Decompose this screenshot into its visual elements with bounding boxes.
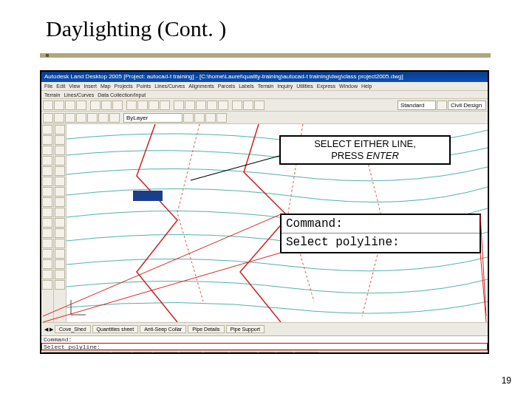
toolbar-button[interactable] — [174, 100, 184, 110]
toolbar-button[interactable] — [137, 100, 148, 110]
layout-tab[interactable]: Anti-Seep Collar — [140, 325, 186, 333]
status-toggle[interactable]: MODEL — [295, 352, 319, 354]
tool-button[interactable] — [55, 166, 65, 176]
toolbar-button[interactable] — [160, 100, 170, 110]
tool-button[interactable] — [55, 177, 65, 186]
toolbar-button[interactable] — [205, 113, 216, 123]
tool-button[interactable] — [42, 270, 52, 279]
tool-button[interactable] — [55, 259, 65, 269]
tool-button[interactable] — [42, 125, 52, 134]
status-toggle[interactable]: ORTHO — [154, 352, 178, 354]
toolbar-button[interactable] — [254, 100, 265, 110]
tool-button[interactable] — [55, 187, 65, 197]
menu-item[interactable]: Window — [339, 82, 358, 90]
toolbar-button[interactable] — [98, 113, 109, 123]
menu-item[interactable]: Lines/Curves — [154, 82, 185, 90]
menu-item[interactable]: Points — [137, 82, 151, 90]
layout-tab[interactable]: Cove_Shed — [55, 325, 91, 333]
tool-button[interactable] — [42, 239, 52, 248]
layer-combo[interactable]: Standard — [398, 100, 436, 110]
tool-button[interactable] — [42, 249, 52, 259]
menu-item[interactable]: Projects — [115, 82, 133, 90]
cad-menubar[interactable]: File Edit View Insert Map Projects Point… — [41, 82, 488, 91]
tool-button[interactable] — [55, 280, 65, 290]
toolbar-button[interactable] — [126, 100, 137, 110]
toolbar-button[interactable] — [65, 113, 75, 123]
status-toggle[interactable]: POLAR — [180, 352, 203, 354]
tool-button[interactable] — [42, 280, 52, 290]
menu-item[interactable]: Inquiry — [277, 82, 293, 90]
tool-button[interactable] — [42, 208, 52, 217]
toolbar-button[interactable] — [54, 113, 64, 123]
tool-button[interactable] — [42, 146, 52, 155]
menu-item[interactable]: View — [69, 82, 80, 90]
tool-button[interactable] — [42, 197, 52, 207]
toolbar-button[interactable] — [87, 113, 98, 123]
status-toggle[interactable]: LWT — [277, 352, 293, 354]
toolbar-button[interactable] — [232, 100, 242, 110]
tool-button[interactable] — [55, 228, 65, 238]
menu-item[interactable]: Help — [361, 82, 372, 90]
tool-button[interactable] — [42, 187, 52, 197]
toolbar-button[interactable] — [65, 100, 75, 110]
layout-tab[interactable]: Pipe Details — [188, 325, 224, 333]
layout-tab[interactable]: Pipe Support — [226, 325, 265, 333]
tool-button[interactable] — [42, 177, 52, 186]
tool-button[interactable] — [42, 259, 52, 269]
toolbar-button[interactable] — [76, 100, 86, 110]
menu-item[interactable]: Map — [100, 82, 111, 90]
toolbar-button[interactable] — [90, 100, 100, 110]
tool-button[interactable] — [42, 166, 52, 176]
menu-item[interactable]: Terrain — [258, 82, 273, 90]
menu-item[interactable]: Parcels — [218, 82, 235, 90]
toolbar-button[interactable] — [207, 100, 217, 110]
toolbar-button[interactable] — [216, 113, 227, 123]
toolbar-button[interactable] — [218, 100, 228, 110]
toolbar-button[interactable] — [185, 100, 195, 110]
toolbar-button[interactable] — [43, 113, 53, 123]
tool-button[interactable] — [55, 135, 65, 145]
tool-button[interactable] — [55, 146, 65, 155]
tool-button[interactable] — [42, 156, 52, 166]
style-combo[interactable]: ByLayer — [123, 113, 183, 123]
toolbar-button[interactable] — [76, 113, 86, 123]
tool-button[interactable] — [55, 197, 65, 207]
tool-button[interactable] — [55, 270, 65, 279]
toolbar-button[interactable] — [109, 113, 120, 123]
tab-nav-right[interactable]: ▶ — [50, 327, 53, 332]
menu-item[interactable]: Utilities — [296, 82, 313, 90]
toolbar-button[interactable] — [43, 100, 53, 110]
toolbar-button[interactable] — [243, 100, 253, 110]
tab-nav-left[interactable]: ◀ — [44, 327, 48, 332]
sub-item[interactable]: Data Collection/Input — [98, 91, 146, 98]
workspace-combo[interactable]: Civil Design — [448, 100, 486, 110]
toolbar-button[interactable] — [196, 100, 206, 110]
menu-item[interactable]: Express — [317, 82, 335, 90]
status-toggle[interactable]: GRID — [133, 352, 152, 354]
tool-button[interactable] — [55, 156, 65, 166]
toolbar-button[interactable] — [437, 100, 447, 110]
tool-button[interactable] — [55, 208, 65, 217]
menu-item[interactable]: Edit — [56, 82, 65, 90]
layout-tab[interactable]: Quantities sheet — [92, 325, 139, 333]
tool-button[interactable] — [42, 218, 52, 228]
status-toggle[interactable]: OSNAP — [204, 352, 228, 354]
tool-button[interactable] — [55, 125, 65, 134]
cad-command-line-1[interactable]: Command: — [41, 335, 488, 343]
sub-item[interactable]: Terrain — [44, 91, 60, 98]
tool-button[interactable] — [42, 228, 52, 238]
status-toggle[interactable]: DYN — [259, 352, 276, 354]
menu-item[interactable]: File — [44, 82, 52, 90]
tool-button[interactable] — [42, 135, 52, 145]
toolbar-button[interactable] — [149, 100, 159, 110]
tool-button[interactable] — [55, 239, 65, 248]
toolbar-button[interactable] — [54, 100, 64, 110]
toolbar-button[interactable] — [112, 100, 123, 110]
tool-button[interactable] — [55, 218, 65, 228]
status-toggle[interactable]: OTRACK — [230, 352, 257, 354]
status-toggle[interactable]: SNAP — [112, 352, 132, 354]
tool-button[interactable] — [55, 249, 65, 259]
toolbar-button[interactable] — [194, 113, 205, 123]
toolbar-button[interactable] — [183, 113, 194, 123]
cad-command-line-2[interactable]: Select polyline: — [41, 343, 488, 350]
